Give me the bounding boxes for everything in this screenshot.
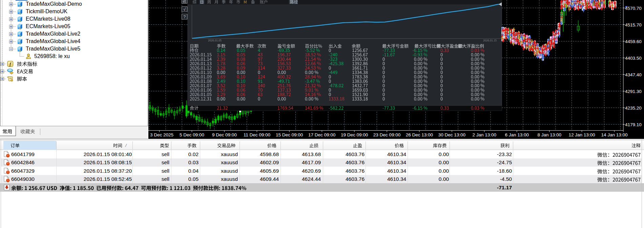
svg-text:3 Dec 2025: 3 Dec 2025 — [150, 132, 173, 137]
svg-text:14 Jan 13:00: 14 Jan 13:00 — [601, 132, 627, 137]
svg-text:8 Jan 13:00: 8 Jan 13:00 — [537, 132, 561, 137]
svg-text:11 Dec 09:00: 11 Dec 09:00 — [244, 132, 270, 137]
svg-text:4570.70: 4570.70 — [625, 6, 642, 11]
svg-text:√: √ — [183, 7, 186, 12]
svg-text:9 Dec 09:00: 9 Dec 09:00 — [212, 132, 237, 137]
svg-text:4179.10: 4179.10 — [625, 122, 642, 127]
svg-text:?: ? — [183, 14, 186, 19]
svg-text:15 Dec 09:00: 15 Dec 09:00 — [276, 132, 303, 137]
svg-text:2 Jan 13:00: 2 Jan 13:00 — [473, 132, 497, 137]
svg-text:4347.40: 4347.40 — [625, 72, 642, 77]
svg-text:4235.20: 4235.20 — [625, 106, 642, 111]
svg-text:6 Jan 13:00: 6 Jan 13:00 — [505, 132, 529, 137]
svg-text:4515.70: 4515.70 — [625, 22, 642, 27]
svg-text:26 Dec 13:00: 26 Dec 13:00 — [406, 132, 433, 137]
svg-text:12 Jan 13:00: 12 Jan 13:00 — [569, 132, 595, 137]
svg-text:17 Dec 09:00: 17 Dec 09:00 — [308, 132, 335, 137]
svg-text:5 Dec 09:00: 5 Dec 09:00 — [180, 132, 204, 137]
svg-text:30 Dec 13:00: 30 Dec 13:00 — [438, 132, 465, 137]
svg-text:4459.60: 4459.60 — [625, 39, 642, 44]
svg-text:4291.30: 4291.30 — [625, 89, 642, 94]
svg-text:19 Dec 09:00: 19 Dec 09:00 — [341, 132, 368, 137]
svg-text:23 Dec 09:00: 23 Dec 09:00 — [373, 132, 400, 137]
svg-text:4403.50: 4403.50 — [625, 56, 642, 61]
